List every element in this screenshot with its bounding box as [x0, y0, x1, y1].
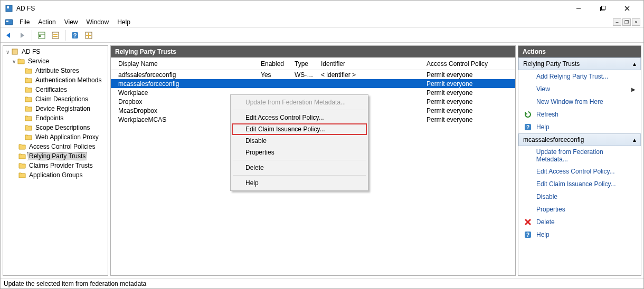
- help-icon: ?: [524, 123, 532, 131]
- svg-text:?: ?: [73, 32, 77, 38]
- collapse-icon: ▴: [633, 60, 636, 68]
- menu-bar: File Action View Window Help – ❐ ×: [1, 16, 643, 28]
- cell-acp: Permit everyone: [423, 116, 508, 123]
- forward-button[interactable]: [16, 30, 28, 41]
- action-refresh[interactable]: Refresh: [518, 108, 641, 121]
- ctx-properties[interactable]: Properties: [232, 147, 367, 158]
- action-properties[interactable]: Properties: [518, 203, 641, 216]
- tree-endpoints[interactable]: Endpoints: [3, 113, 108, 123]
- minimize-button[interactable]: [566, 1, 591, 16]
- ctx-update-federation[interactable]: Update from Federation Metadata...: [232, 97, 367, 108]
- cell-acp: Permit everyone: [423, 107, 508, 114]
- menu-window[interactable]: Window: [82, 17, 113, 27]
- tree-pane: ∨ AD FS ∨ Service Attribute Stores Authe…: [3, 45, 108, 276]
- svg-rect-14: [53, 36, 58, 37]
- folder-icon: [18, 171, 26, 179]
- folder-icon: [24, 95, 33, 103]
- list-header: Display Name Enabled Type Identifier Acc…: [111, 57, 515, 70]
- close-button[interactable]: [615, 1, 639, 16]
- collapse-icon: ▴: [633, 136, 636, 143]
- mdi-minimize-button[interactable]: –: [613, 18, 621, 26]
- folder-icon: [18, 152, 26, 160]
- menu-view[interactable]: View: [60, 17, 82, 27]
- content-area: ∨ AD FS ∨ Service Attribute Stores Authe…: [1, 43, 643, 278]
- menu-separator: [233, 160, 366, 160]
- action-edit-acp[interactable]: Edit Access Control Policy...: [518, 165, 641, 178]
- table-row[interactable]: adfssalesforceconfigYesWS-T...< identifi…: [111, 70, 515, 79]
- svg-text:?: ?: [526, 124, 529, 130]
- delete-icon: [524, 218, 532, 226]
- ctx-edit-acp[interactable]: Edit Access Control Policy...: [232, 112, 367, 123]
- help-button[interactable]: ?: [69, 30, 81, 41]
- tree-certificates[interactable]: Certificates: [3, 85, 108, 94]
- mmc-icon: [5, 18, 13, 26]
- chevron-right-icon: ▶: [631, 86, 636, 92]
- action-new-window[interactable]: New Window from Here: [518, 95, 641, 108]
- cell-acp: Permit everyone: [423, 89, 508, 97]
- col-enabled[interactable]: Enabled: [258, 59, 291, 69]
- cell-acp: Permit everyone: [423, 80, 508, 88]
- back-button[interactable]: [3, 30, 14, 41]
- mdi-restore-button[interactable]: ❐: [622, 18, 631, 26]
- tree-auth-methods[interactable]: Authentication Methods: [3, 75, 108, 85]
- center-pane: Relying Party Trusts Display Name Enable…: [110, 45, 516, 276]
- action-help[interactable]: ?Help: [518, 121, 641, 133]
- title-bar: AD FS: [1, 1, 643, 16]
- folder-icon: [24, 76, 33, 84]
- menu-help[interactable]: Help: [113, 17, 135, 27]
- ctx-help[interactable]: Help: [232, 177, 367, 189]
- refresh-icon: [524, 110, 532, 119]
- folder-icon: [24, 114, 33, 122]
- cell-enabled: Yes: [258, 71, 291, 79]
- window-title: AD FS: [16, 5, 566, 12]
- tree-cpt[interactable]: Claims Provider Trusts: [3, 161, 108, 170]
- toolbar-icon-1[interactable]: [50, 30, 61, 41]
- cell-type: WS-T...: [291, 71, 318, 79]
- svg-rect-8: [6, 21, 8, 22]
- actions-group-selection[interactable]: mcassalesforceconfig▴: [518, 133, 641, 146]
- relying-party-list[interactable]: Display Name Enabled Type Identifier Acc…: [111, 57, 515, 275]
- action-disable[interactable]: Disable: [518, 190, 641, 203]
- tree-scope-descriptions[interactable]: Scope Descriptions: [3, 123, 108, 132]
- tree-acp[interactable]: Access Control Policies: [3, 142, 108, 151]
- ctx-edit-claim-issuance[interactable]: Edit Claim Issuance Policy...: [232, 123, 367, 135]
- action-view[interactable]: View▶: [518, 83, 641, 95]
- tree-service[interactable]: ∨ Service: [3, 56, 108, 66]
- actions-pane: Actions Relying Party Trusts▴ Add Relyin…: [518, 45, 641, 276]
- table-row[interactable]: mcassalesforceconfigPermit everyone: [111, 79, 515, 88]
- folder-icon: [24, 124, 33, 131]
- app-icon: [5, 4, 13, 13]
- tree-device-registration[interactable]: Device Registration: [3, 104, 108, 113]
- tree-attribute-stores[interactable]: Attribute Stores: [3, 66, 108, 75]
- col-type[interactable]: Type: [291, 59, 318, 69]
- ctx-delete[interactable]: Delete: [232, 162, 367, 174]
- server-icon: [11, 48, 19, 55]
- tree-rpt[interactable]: Relying Party Trusts: [3, 151, 108, 161]
- toolbar-icon-2[interactable]: [83, 30, 94, 41]
- svg-rect-19: [86, 35, 91, 36]
- col-acp[interactable]: Access Control Policy: [423, 59, 508, 69]
- tree-ag[interactable]: Application Groups: [3, 170, 108, 180]
- menu-action[interactable]: Action: [34, 17, 60, 27]
- tree-claim-descriptions[interactable]: Claim Descriptions: [3, 94, 108, 104]
- col-display-name[interactable]: Display Name: [115, 59, 258, 69]
- action-edit-cip[interactable]: Edit Claim Issuance Policy...: [518, 178, 641, 190]
- toolbar: ?: [1, 28, 643, 43]
- action-delete[interactable]: Delete: [518, 216, 641, 228]
- mdi-close-button[interactable]: ×: [632, 18, 640, 26]
- tree-root[interactable]: ∨ AD FS: [3, 47, 108, 56]
- action-add-rpt[interactable]: Add Relying Party Trust...: [518, 70, 641, 83]
- folder-icon: [17, 57, 25, 65]
- actions-group-rpt[interactable]: Relying Party Trusts▴: [518, 57, 641, 70]
- show-hide-tree-button[interactable]: [36, 30, 48, 41]
- action-update-fedmeta[interactable]: Update from Federation Metadata...: [518, 146, 641, 165]
- ctx-disable[interactable]: Disable: [232, 135, 367, 147]
- console-tree[interactable]: ∨ AD FS ∨ Service Attribute Stores Authe…: [3, 46, 108, 275]
- col-identifier[interactable]: Identifier: [318, 59, 423, 69]
- action-help-2[interactable]: ?Help: [518, 228, 641, 241]
- tree-web-app-proxy[interactable]: Web Application Proxy: [3, 132, 108, 142]
- maximize-button[interactable]: [591, 1, 615, 16]
- menu-file[interactable]: File: [15, 17, 34, 27]
- svg-rect-11: [39, 35, 41, 37]
- folder-icon: [24, 105, 33, 112]
